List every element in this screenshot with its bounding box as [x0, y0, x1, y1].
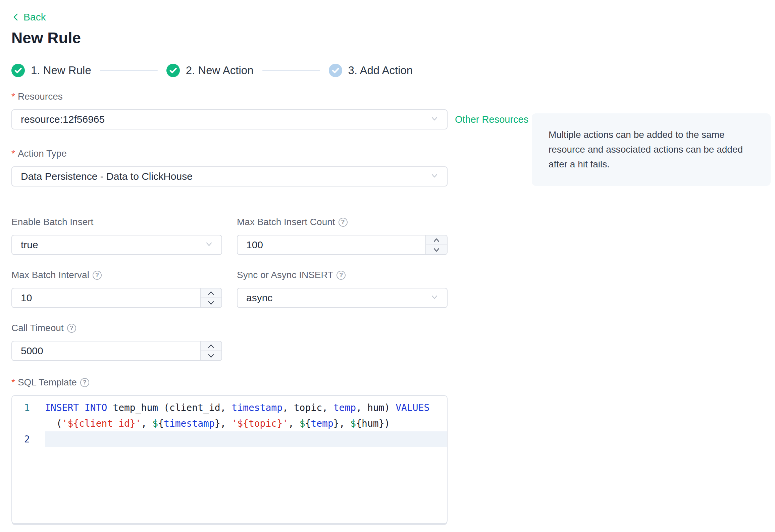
max-batch-interval-field: Max Batch Interval ? 10: [11, 270, 222, 308]
chevron-down-icon: [207, 300, 215, 306]
action-type-select[interactable]: Data Persistence - Data to ClickHouse: [11, 166, 448, 187]
spinner-up-button[interactable]: [201, 288, 221, 298]
number-spinner: [200, 288, 221, 307]
max-batch-count-field: Max Batch Insert Count ? 100: [237, 217, 448, 255]
spinner-down-button[interactable]: [201, 298, 221, 307]
call-timeout-input[interactable]: 5000: [11, 341, 222, 361]
help-icon[interactable]: ?: [67, 324, 76, 333]
spinner-down-button[interactable]: [201, 351, 221, 360]
check-circle-icon: [166, 64, 180, 77]
info-box-text: Multiple actions can be added to the sam…: [549, 129, 743, 169]
required-marker: *: [11, 377, 15, 388]
help-icon[interactable]: ?: [80, 378, 89, 387]
number-spinner: [425, 235, 447, 254]
chevron-up-icon: [432, 237, 441, 243]
help-icon[interactable]: ?: [337, 271, 346, 280]
line-number: 2: [12, 431, 45, 447]
max-batch-interval-input[interactable]: 10: [11, 288, 222, 308]
new-rule-page: Back New Rule 1. New Rule 2. New Action …: [0, 0, 775, 532]
spinner-up-button[interactable]: [201, 341, 221, 351]
sync-async-field: Sync or Async INSERT ? async: [237, 270, 448, 308]
check-circle-icon: [11, 64, 25, 77]
code-line: INSERT INTO temp_hum (client_id, timesta…: [45, 400, 447, 431]
chevron-down-icon: [429, 292, 440, 304]
spinner-down-button[interactable]: [426, 245, 447, 254]
sql-template-label: * SQL Template ?: [11, 377, 448, 388]
info-box: Multiple actions can be added to the sam…: [532, 113, 771, 186]
required-marker: *: [11, 91, 15, 102]
enable-batch-value: true: [21, 239, 38, 251]
call-timeout-value: 5000: [12, 345, 200, 357]
max-batch-count-input[interactable]: 100: [237, 235, 448, 255]
action-type-field: * Action Type Data Persistence - Data to…: [11, 148, 448, 187]
sync-async-select[interactable]: async: [237, 288, 448, 308]
check-circle-icon: [329, 64, 342, 77]
spinner-up-button[interactable]: [426, 235, 447, 245]
resources-select[interactable]: resource:12f56965: [11, 109, 448, 129]
step-label: 1. New Rule: [31, 64, 91, 77]
sync-async-value: async: [246, 292, 272, 304]
step-connector: [100, 70, 158, 71]
call-timeout-label: Call Timeout ?: [11, 323, 222, 333]
chevron-up-icon: [207, 343, 215, 349]
other-resources-link[interactable]: Other Resources: [455, 114, 528, 125]
chevron-up-icon: [207, 290, 215, 296]
chevron-down-icon: [204, 239, 214, 251]
step-add-action[interactable]: 3. Add Action: [329, 64, 413, 77]
step-label: 3. Add Action: [348, 64, 413, 77]
step-new-action[interactable]: 2. New Action: [166, 64, 254, 77]
resources-label: * Resources: [11, 91, 448, 102]
chevron-down-icon: [429, 114, 440, 125]
code-line: [45, 431, 447, 447]
chevron-down-icon: [429, 171, 440, 182]
line-number: 1: [12, 400, 45, 431]
resources-field: * Resources resource:12f56965 Other Reso…: [11, 91, 448, 129]
sql-editor-lines: 1INSERT INTO temp_hum (client_id, timest…: [12, 400, 447, 447]
call-timeout-field: Call Timeout ? 5000: [11, 323, 222, 361]
rule-form: * Resources resource:12f56965 Other Reso…: [11, 91, 448, 524]
stepper: 1. New Rule 2. New Action 3. Add Action: [11, 64, 775, 77]
step-new-rule[interactable]: 1. New Rule: [11, 64, 91, 77]
page-title: New Rule: [11, 29, 775, 47]
chevron-down-icon: [432, 247, 441, 253]
max-batch-interval-value: 10: [12, 292, 200, 304]
sync-async-label: Sync or Async INSERT ?: [237, 270, 448, 280]
max-batch-count-value: 100: [238, 239, 425, 251]
max-batch-count-label: Max Batch Insert Count ?: [237, 217, 448, 227]
enable-batch-select[interactable]: true: [11, 235, 222, 255]
grid-spacer: [237, 323, 448, 361]
action-type-label: * Action Type: [11, 148, 448, 159]
action-type-value: Data Persistence - Data to ClickHouse: [21, 171, 193, 182]
enable-batch-field: Enable Batch Insert true: [11, 217, 222, 255]
number-spinner: [200, 341, 221, 360]
help-icon[interactable]: ?: [339, 218, 348, 227]
chevron-left-icon: [11, 12, 20, 22]
chevron-down-icon: [207, 353, 215, 359]
max-batch-interval-label: Max Batch Interval ?: [11, 270, 222, 280]
sql-code-editor[interactable]: 1INSERT INTO temp_hum (client_id, timest…: [11, 395, 448, 524]
step-label: 2. New Action: [186, 64, 254, 77]
sql-template-field: * SQL Template ? 1INSERT INTO temp_hum (…: [11, 377, 448, 524]
required-marker: *: [11, 148, 15, 159]
help-icon[interactable]: ?: [93, 271, 102, 280]
back-label: Back: [23, 11, 46, 23]
options-grid: Enable Batch Insert true Max Batch Inser…: [11, 217, 448, 361]
resources-value: resource:12f56965: [21, 114, 105, 125]
step-connector: [262, 70, 320, 71]
back-link[interactable]: Back: [11, 11, 46, 23]
enable-batch-label: Enable Batch Insert: [11, 217, 222, 227]
